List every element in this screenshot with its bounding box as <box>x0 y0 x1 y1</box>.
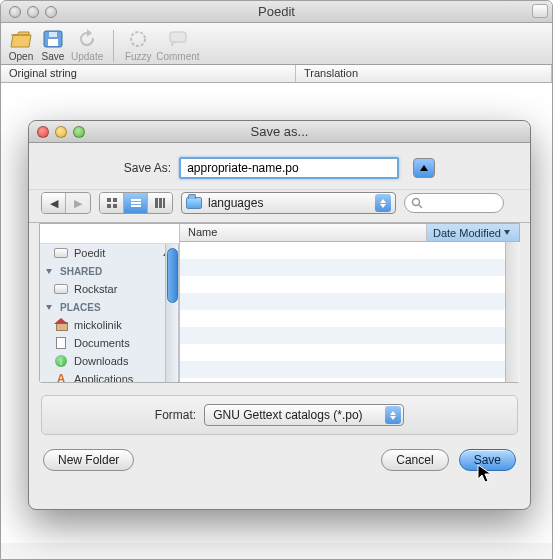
dialog-title: Save as... <box>29 124 530 139</box>
sidebar: Poedit Shared Rockstar Places mickolinik… <box>40 224 180 382</box>
save-button[interactable]: Save <box>459 449 516 471</box>
main-titlebar[interactable]: Poedit <box>1 1 552 23</box>
sidebar-shared-rockstar[interactable]: Rockstar <box>40 280 179 298</box>
svg-rect-4 <box>170 32 186 42</box>
sidebar-downloads[interactable]: ↓Downloads <box>40 352 179 370</box>
dialog-zoom-button[interactable] <box>73 126 85 138</box>
fuzzy-icon <box>124 27 152 51</box>
sidebar-scrollbar[interactable] <box>165 244 179 382</box>
filename-input[interactable] <box>179 157 399 179</box>
file-list-header: Name Date Modified <box>180 224 519 242</box>
update-label: Update <box>71 51 103 62</box>
dialog-titlebar[interactable]: Save as... <box>29 121 530 143</box>
comment-icon <box>164 27 192 51</box>
icon-view-button[interactable] <box>100 193 124 213</box>
list-headers: Original string Translation <box>1 65 552 83</box>
home-icon <box>55 319 67 331</box>
save-button-toolbar[interactable]: Save <box>39 27 67 62</box>
new-folder-button[interactable]: New Folder <box>43 449 134 471</box>
search-input[interactable] <box>427 197 487 209</box>
svg-rect-8 <box>113 204 117 208</box>
comment-label: Comment <box>156 51 199 62</box>
svg-rect-7 <box>107 204 111 208</box>
svg-rect-12 <box>155 198 158 208</box>
toolbar-toggle-button[interactable] <box>532 4 548 18</box>
sidebar-device-poedit[interactable]: Poedit <box>40 244 179 262</box>
sidebar-scroll-thumb[interactable] <box>167 248 178 303</box>
sidebar-applications[interactable]: AApplications <box>40 370 179 382</box>
save-as-label: Save As: <box>124 161 171 175</box>
svg-rect-13 <box>159 198 162 208</box>
forward-button[interactable]: ▶ <box>66 193 90 213</box>
svg-rect-10 <box>131 202 141 204</box>
downloads-icon: ↓ <box>55 355 67 367</box>
column-view-button[interactable] <box>148 193 172 213</box>
svg-rect-9 <box>131 199 141 201</box>
svg-rect-6 <box>113 198 117 202</box>
svg-rect-1 <box>48 39 58 46</box>
update-button[interactable]: Update <box>71 27 103 62</box>
file-list-scrollbar[interactable] <box>505 242 520 382</box>
sidebar-shared-label: Rockstar <box>74 283 117 295</box>
back-forward-buttons: ◀ ▶ <box>41 192 91 214</box>
popup-arrows-icon <box>385 406 401 424</box>
dialog-button-row: New Folder Cancel Save <box>29 435 530 471</box>
update-icon <box>73 27 101 51</box>
collapse-disclosure-button[interactable] <box>413 158 435 178</box>
dialog-minimize-button[interactable] <box>55 126 67 138</box>
search-field[interactable] <box>404 193 504 213</box>
header-translation[interactable]: Translation <box>296 65 552 82</box>
sidebar-shared-header[interactable]: Shared <box>40 262 179 280</box>
folder-icon <box>186 197 202 209</box>
sidebar-documents[interactable]: Documents <box>40 334 179 352</box>
search-icon <box>411 197 423 209</box>
location-popup[interactable]: languages <box>181 192 396 214</box>
main-toolbar: Open Save Update Fuzzy <box>1 23 552 65</box>
fuzzy-label: Fuzzy <box>125 51 152 62</box>
popup-arrows-icon <box>375 194 391 212</box>
computer-icon <box>54 284 68 294</box>
svg-rect-14 <box>163 198 165 208</box>
format-value: GNU Gettext catalogs (*.po) <box>213 408 377 422</box>
open-label: Open <box>9 51 33 62</box>
document-icon <box>56 337 66 349</box>
main-zoom-button[interactable] <box>45 6 57 18</box>
file-browser: Poedit Shared Rockstar Places mickolinik… <box>39 223 520 383</box>
svg-rect-2 <box>49 32 57 37</box>
drive-icon <box>54 248 68 258</box>
save-icon <box>39 27 67 51</box>
svg-rect-5 <box>107 198 111 202</box>
file-list-pane[interactable]: Name Date Modified <box>180 224 519 382</box>
format-popup[interactable]: GNU Gettext catalogs (*.po) <box>204 404 404 426</box>
save-label: Save <box>42 51 65 62</box>
column-name-header[interactable]: Name <box>180 224 427 241</box>
fuzzy-button[interactable]: Fuzzy <box>124 27 152 62</box>
svg-rect-11 <box>131 205 141 207</box>
format-row: Format: GNU Gettext catalogs (*.po) <box>41 395 518 435</box>
open-icon <box>7 27 35 51</box>
open-button[interactable]: Open <box>7 27 35 62</box>
save-as-dialog: Save as... Save As: ◀ ▶ languages <box>28 120 531 510</box>
cancel-button[interactable]: Cancel <box>381 449 448 471</box>
main-window-title: Poedit <box>1 4 552 19</box>
svg-line-16 <box>419 205 422 208</box>
sort-indicator-icon <box>504 230 510 235</box>
main-close-button[interactable] <box>9 6 21 18</box>
back-button[interactable]: ◀ <box>42 193 66 213</box>
applications-icon: A <box>55 373 67 382</box>
sidebar-home[interactable]: mickolinik <box>40 316 179 334</box>
view-mode-buttons <box>99 192 173 214</box>
svg-point-3 <box>131 32 145 46</box>
browser-navbar: ◀ ▶ languages <box>29 189 530 223</box>
sidebar-places-header[interactable]: Places <box>40 298 179 316</box>
dialog-close-button[interactable] <box>37 126 49 138</box>
file-list-body[interactable] <box>180 242 519 382</box>
comment-button[interactable]: Comment <box>156 27 199 62</box>
sidebar-device-label: Poedit <box>74 247 105 259</box>
location-label: languages <box>208 196 369 210</box>
column-date-header[interactable]: Date Modified <box>427 224 519 241</box>
format-label: Format: <box>155 408 196 422</box>
main-minimize-button[interactable] <box>27 6 39 18</box>
list-view-button[interactable] <box>124 193 148 213</box>
header-original[interactable]: Original string <box>1 65 296 82</box>
